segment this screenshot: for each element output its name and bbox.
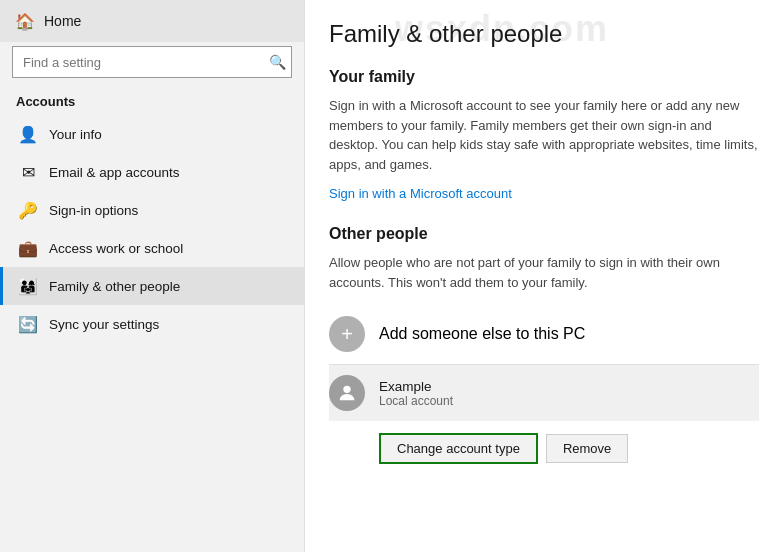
- family-icon: 👨‍👩‍👧: [19, 277, 37, 295]
- sidebar-home-button[interactable]: 🏠 Home: [0, 0, 304, 42]
- sidebar-item-work-school[interactable]: 💼 Access work or school: [0, 229, 304, 267]
- sidebar-item-label: Your info: [49, 127, 102, 142]
- search-input[interactable]: [12, 46, 292, 78]
- sidebar-item-family[interactable]: 👨‍👩‍👧 Family & other people: [0, 267, 304, 305]
- avatar: [329, 375, 365, 411]
- sidebar-item-email-app[interactable]: ✉ Email & app accounts: [0, 153, 304, 191]
- sidebar-section-title: Accounts: [0, 86, 304, 115]
- add-person-label: Add someone else to this PC: [379, 325, 585, 343]
- home-icon: 🏠: [16, 12, 34, 30]
- search-icon-button[interactable]: 🔍: [269, 54, 286, 70]
- home-label: Home: [44, 13, 81, 29]
- email-icon: ✉: [19, 163, 37, 181]
- sidebar-item-label: Email & app accounts: [49, 165, 180, 180]
- person-icon: 👤: [19, 125, 37, 143]
- briefcase-icon: 💼: [19, 239, 37, 257]
- search-container: 🔍: [12, 46, 292, 78]
- add-person-row[interactable]: + Add someone else to this PC: [329, 304, 759, 365]
- person-row: Example Local account: [329, 365, 759, 421]
- add-person-icon: +: [329, 316, 365, 352]
- your-family-section: Your family Sign in with a Microsoft acc…: [329, 68, 759, 201]
- key-icon: 🔑: [19, 201, 37, 219]
- sidebar-item-label: Sign-in options: [49, 203, 138, 218]
- person-actions: Change account type Remove: [329, 429, 759, 472]
- sidebar-item-sync[interactable]: 🔄 Sync your settings: [0, 305, 304, 343]
- sidebar-item-label: Family & other people: [49, 279, 180, 294]
- sidebar-item-label: Access work or school: [49, 241, 183, 256]
- person-name: Example: [379, 379, 759, 394]
- other-people-title: Other people: [329, 225, 759, 243]
- sync-icon: 🔄: [19, 315, 37, 333]
- other-people-section: Other people Allow people who are not pa…: [329, 225, 759, 472]
- your-family-title: Your family: [329, 68, 759, 86]
- main-content: wsxdn.com Family & other people Your fam…: [305, 0, 783, 552]
- your-family-description: Sign in with a Microsoft account to see …: [329, 96, 759, 174]
- person-type: Local account: [379, 394, 759, 408]
- page-title: Family & other people: [329, 20, 759, 48]
- sidebar-item-your-info[interactable]: 👤 Your info: [0, 115, 304, 153]
- change-account-type-button[interactable]: Change account type: [379, 433, 538, 464]
- other-people-description: Allow people who are not part of your fa…: [329, 253, 759, 292]
- svg-point-0: [343, 386, 350, 393]
- sign-in-microsoft-link[interactable]: Sign in with a Microsoft account: [329, 186, 759, 201]
- sidebar-item-sign-in[interactable]: 🔑 Sign-in options: [0, 191, 304, 229]
- person-info: Example Local account: [379, 379, 759, 408]
- sidebar-item-label: Sync your settings: [49, 317, 159, 332]
- sidebar: 🏠 Home 🔍 Accounts 👤 Your info ✉ Email & …: [0, 0, 305, 552]
- remove-person-button[interactable]: Remove: [546, 434, 628, 463]
